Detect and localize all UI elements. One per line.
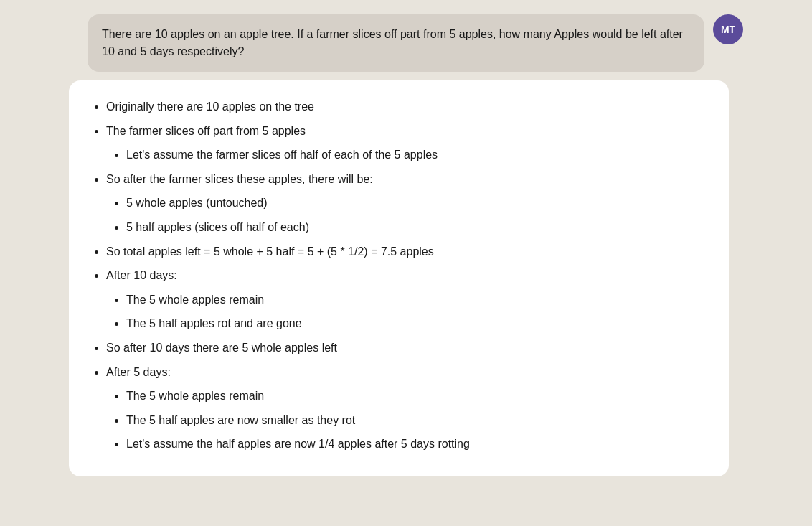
list-item: Let's assume the half apples are now 1/4… <box>126 435 709 454</box>
sub-list: 5 whole apples (untouched)5 half apples … <box>106 194 709 236</box>
list-item: Let's assume the farmer slices off half … <box>126 146 709 164</box>
sub-list: Let's assume the farmer slices off half … <box>106 146 709 164</box>
list-item: The 5 half apples are now smaller as the… <box>126 411 709 430</box>
list-item: After 5 days:The 5 whole apples remainTh… <box>106 363 709 454</box>
user-message-row: There are 10 apples on an apple tree. If… <box>69 14 743 72</box>
avatar: MT <box>713 14 743 44</box>
list-item: Originally there are 10 apples on the tr… <box>106 98 709 116</box>
list-item: So total apples left = 5 whole + 5 half … <box>106 243 709 261</box>
list-item: After 10 days:The 5 whole apples remainT… <box>106 266 709 333</box>
assistant-bubble: Originally there are 10 apples on the tr… <box>69 80 729 476</box>
user-message-bubble: There are 10 apples on an apple tree. If… <box>88 14 704 72</box>
list-item: The 5 whole apples remain <box>126 387 709 405</box>
list-item: The farmer slices off part from 5 apples… <box>106 122 709 164</box>
list-item: So after the farmer slices these apples,… <box>106 170 709 237</box>
sub-list: The 5 whole apples remainThe 5 half appl… <box>106 387 709 454</box>
avatar-initials: MT <box>721 24 735 35</box>
response-list: Originally there are 10 apples on the tr… <box>89 98 709 454</box>
user-message-text: There are 10 apples on an apple tree. If… <box>102 28 683 57</box>
list-item: 5 half apples (slices off half of each) <box>126 218 709 237</box>
list-item: So after 10 days there are 5 whole apple… <box>106 339 709 357</box>
list-item: The 5 half apples rot and are gone <box>126 314 709 333</box>
list-item: 5 whole apples (untouched) <box>126 194 709 212</box>
chat-container: There are 10 apples on an apple tree. If… <box>69 14 743 476</box>
list-item: The 5 whole apples remain <box>126 291 709 309</box>
sub-list: The 5 whole apples remainThe 5 half appl… <box>106 291 709 333</box>
